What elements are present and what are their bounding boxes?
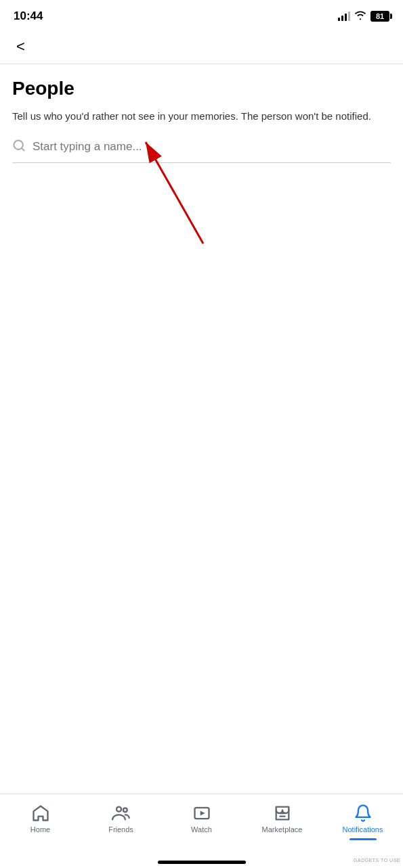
home-indicator — [158, 861, 246, 864]
watermark: GADGETS TO USE — [354, 858, 400, 863]
notifications-icon — [354, 804, 373, 823]
nav-label-home: Home — [30, 825, 50, 833]
back-button[interactable]: < — [11, 35, 30, 58]
signal-icon — [338, 12, 350, 21]
nav-item-watch[interactable]: Watch — [161, 801, 242, 833]
page-title: People — [12, 78, 391, 99]
nav-item-home[interactable]: Home — [0, 801, 81, 833]
nav-item-friends[interactable]: Friends — [81, 801, 161, 833]
nav-label-watch: Watch — [191, 825, 212, 833]
bottom-nav: Home Friends Watch Marketplace — [0, 794, 403, 868]
marketplace-icon — [273, 804, 292, 823]
svg-marker-7 — [200, 811, 205, 816]
friends-icon — [112, 804, 131, 823]
nav-label-marketplace: Marketplace — [262, 825, 303, 833]
search-input[interactable] — [33, 140, 391, 154]
svg-point-4 — [116, 807, 121, 812]
svg-line-1 — [22, 148, 24, 151]
main-content: People Tell us who you'd rather not see … — [0, 64, 403, 177]
search-container — [12, 139, 391, 163]
wifi-icon — [354, 11, 366, 22]
description-text: Tell us who you'd rather not see in your… — [12, 109, 391, 124]
status-bar: 10:44 81 — [0, 0, 403, 30]
home-icon — [31, 804, 50, 823]
nav-item-notifications[interactable]: Notifications — [322, 801, 403, 833]
nav-label-notifications: Notifications — [343, 825, 383, 833]
watch-icon — [192, 804, 211, 823]
battery-icon: 81 — [370, 11, 389, 22]
back-bar: < — [0, 30, 403, 64]
status-icons: 81 — [338, 11, 389, 22]
svg-point-5 — [123, 808, 127, 812]
nav-item-marketplace[interactable]: Marketplace — [242, 801, 322, 833]
nav-label-friends: Friends — [108, 825, 133, 833]
search-icon — [12, 139, 26, 156]
status-time: 10:44 — [14, 9, 43, 23]
